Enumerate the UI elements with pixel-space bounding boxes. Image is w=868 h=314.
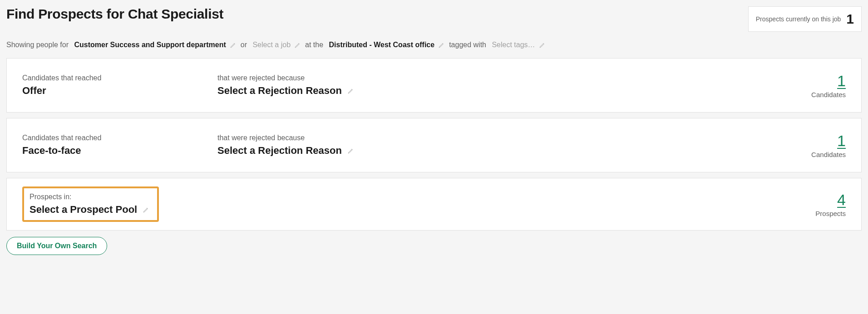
- filter-prefix: Showing people for: [6, 41, 69, 49]
- edit-prospect-pool-icon[interactable]: [143, 206, 150, 213]
- prospect-count[interactable]: 4: [809, 191, 846, 209]
- edit-job-icon[interactable]: [294, 41, 301, 49]
- filter-tagged-with: tagged with: [449, 41, 486, 49]
- stage-value: Face-to-face: [22, 145, 217, 157]
- stage-label: Candidates that reached: [22, 134, 217, 142]
- prospect-pool-highlight: Prospects in: Select a Prospect Pool: [22, 186, 159, 222]
- prospect-count-label: Prospects: [809, 210, 846, 217]
- edit-reason-icon[interactable]: [347, 87, 355, 94]
- prospects-badge-label: Prospects currently on this job: [756, 15, 841, 23]
- filter-office: Distributed - West Coast office: [329, 41, 435, 49]
- prospect-card: Prospects in: Select a Prospect Pool 4 P…: [6, 178, 862, 231]
- filter-or: or: [241, 41, 247, 49]
- candidate-count-label: Candidates: [809, 151, 846, 158]
- reason-value[interactable]: Select a Rejection Reason: [217, 145, 809, 157]
- filter-department: Customer Success and Support department: [74, 41, 226, 49]
- stage-label: Candidates that reached: [22, 74, 217, 82]
- candidate-count-label: Candidates: [809, 91, 846, 98]
- candidate-card: Candidates that reached Offer that were …: [6, 58, 862, 113]
- candidate-count[interactable]: 1: [809, 132, 846, 150]
- stage-value: Offer: [22, 85, 217, 97]
- edit-department-icon[interactable]: [230, 41, 237, 49]
- filter-job-placeholder[interactable]: Select a job: [252, 41, 291, 49]
- build-search-button[interactable]: Build Your Own Search: [6, 237, 107, 255]
- candidate-count[interactable]: 1: [809, 72, 846, 90]
- reason-label: that were rejected because: [217, 134, 809, 142]
- edit-reason-icon[interactable]: [347, 147, 355, 154]
- prospects-badge-count: 1: [846, 11, 854, 27]
- edit-tags-icon[interactable]: [539, 41, 546, 49]
- filter-at-the: at the: [305, 41, 323, 49]
- filter-tags-placeholder[interactable]: Select tags…: [492, 41, 535, 49]
- prospect-pool-value[interactable]: Select a Prospect Pool: [30, 204, 152, 216]
- reason-value[interactable]: Select a Rejection Reason: [217, 85, 809, 97]
- prospect-pool-label: Prospects in:: [30, 193, 152, 201]
- reason-label: that were rejected because: [217, 74, 809, 82]
- candidate-card: Candidates that reached Face-to-face tha…: [6, 118, 862, 172]
- filter-bar: Showing people for Customer Success and …: [6, 41, 862, 49]
- page-title: Find Prospects for Chat Specialist: [6, 6, 223, 22]
- prospects-badge: Prospects currently on this job 1: [748, 6, 862, 32]
- edit-office-icon[interactable]: [438, 41, 445, 49]
